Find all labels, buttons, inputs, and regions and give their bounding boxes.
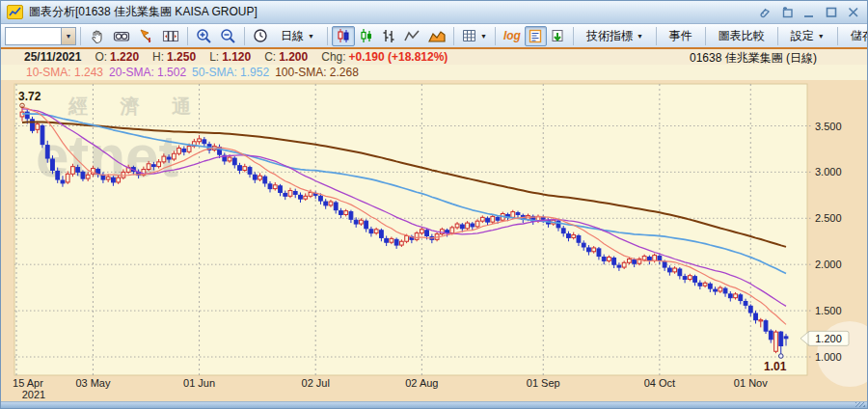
candle-body (344, 211, 348, 215)
range-slider-button[interactable] (158, 26, 183, 46)
high-value: 1.250 (167, 50, 196, 64)
price-chart-canvas[interactable]: 經 濟 通etnet3.5003.0002.5002.0001.5001.000… (1, 80, 867, 402)
candle-body (633, 259, 637, 263)
full-view-button[interactable] (525, 26, 547, 46)
overview-binoculars-button[interactable] (109, 26, 134, 46)
candle-body (263, 177, 267, 183)
candle-body (76, 168, 80, 173)
period-dropdown[interactable]: 日線▼ (272, 26, 323, 46)
export-image-button[interactable] (547, 26, 569, 46)
candle-body (243, 167, 247, 171)
popout-window-icon[interactable] (779, 6, 795, 19)
y-axis-label: 2.500 (815, 212, 842, 224)
candle-body (86, 175, 90, 178)
pin-icon[interactable] (757, 6, 773, 19)
candle-body (299, 195, 303, 199)
candle-body (491, 216, 495, 222)
candle-body (587, 248, 591, 252)
combobox-dropdown-icon[interactable]: ▼ (61, 27, 76, 45)
close-button[interactable] (846, 6, 861, 19)
candle-body (45, 146, 49, 158)
candle-body (151, 165, 155, 167)
candle-body (612, 258, 616, 264)
save-button[interactable]: 儲存 (842, 26, 868, 46)
settings-dropdown[interactable]: 設定▼ (782, 26, 833, 46)
candle-body (541, 217, 545, 219)
x-axis-label: 02 Jul (302, 377, 330, 389)
candle-body (592, 248, 596, 252)
candle-body (673, 268, 677, 272)
candle-body (602, 258, 606, 261)
candle-body (693, 277, 697, 283)
candle-body (66, 174, 69, 182)
grid-dropdown-button[interactable]: ▼ (458, 26, 491, 46)
candlestick-chart-button[interactable] (332, 26, 355, 46)
candle-body (450, 228, 454, 233)
ohlc-candle-button[interactable] (355, 26, 378, 46)
zoom-in-button[interactable] (192, 26, 216, 46)
chg-value: +0.190 (+18.812%) (349, 50, 448, 64)
candle-body (703, 283, 707, 286)
quote-date: 25/11/2021 (24, 50, 81, 64)
maximize-button[interactable] (824, 6, 839, 19)
events-button[interactable]: 事件 (661, 26, 701, 46)
line-chart-button[interactable] (400, 26, 424, 46)
technical-indicators-button[interactable]: 技術指標▼ (578, 26, 652, 46)
candle-body (628, 259, 632, 262)
zoom-out-button[interactable] (216, 26, 240, 46)
candle-body (319, 196, 323, 201)
candle-body (390, 238, 393, 242)
candle-body (764, 321, 768, 332)
bar-chart-button[interactable] (378, 26, 400, 46)
minimize-button[interactable] (801, 6, 817, 19)
crosshair-pointer-button[interactable] (134, 26, 158, 46)
candle-body (106, 177, 110, 179)
candle-body (228, 157, 231, 161)
candle-body (784, 337, 788, 339)
candle-body (779, 332, 783, 345)
symbol-input[interactable] (5, 27, 61, 45)
candle-body (238, 166, 242, 171)
candle-body (774, 332, 778, 351)
title-bar[interactable]: 圖表分析[01638 佳兆業集團 KAISA GROUP] (1, 1, 867, 24)
chart-compare-button[interactable]: 圖表比較 (710, 26, 773, 46)
watermark-cn: 經 濟 通 (68, 95, 204, 117)
log-scale-button[interactable]: log (500, 26, 525, 46)
x-axis-sublabel: 2021 (22, 389, 45, 400)
candle-body (329, 202, 333, 205)
area-chart-button[interactable] (424, 26, 449, 46)
open-label: O: (95, 50, 107, 64)
window-bottom-frame (1, 401, 867, 408)
y-axis-label: 3.000 (815, 166, 842, 177)
candle-body (385, 238, 389, 242)
candle-body (667, 268, 671, 272)
stock-name-label: 01638 佳兆業集團 (日線) (690, 50, 817, 67)
candle-body (663, 261, 666, 267)
candle-body (182, 149, 186, 151)
candle-body (248, 168, 252, 175)
candle-body (698, 283, 702, 286)
last-price-text: 1.200 (815, 333, 842, 344)
candle-body (157, 162, 161, 167)
x-axis-label: 04 Oct (644, 377, 675, 389)
sma50-legend: 50-SMA: 1.952 (192, 66, 269, 79)
candle-body (379, 231, 383, 238)
candle-body (360, 220, 364, 224)
candle-body (81, 172, 85, 178)
chart-app-icon (7, 5, 23, 19)
candle-body (486, 218, 490, 222)
candle-body (425, 231, 429, 236)
candle-body (455, 224, 459, 228)
candle-body (475, 221, 479, 227)
time-clock-button[interactable] (249, 26, 272, 46)
sma100-legend: 100-SMA: 2.268 (275, 66, 359, 79)
candle-body (288, 191, 292, 197)
candle-body (769, 331, 773, 340)
pan-hand-button[interactable] (85, 26, 109, 46)
chevron-down-icon: ▼ (480, 33, 487, 40)
sma20-legend: 20-SMA: 1.502 (109, 66, 186, 79)
candle-body (309, 192, 312, 196)
resize-grip[interactable] (855, 402, 865, 407)
candle-body (162, 156, 166, 162)
symbol-combobox[interactable]: ▼ (5, 27, 76, 45)
